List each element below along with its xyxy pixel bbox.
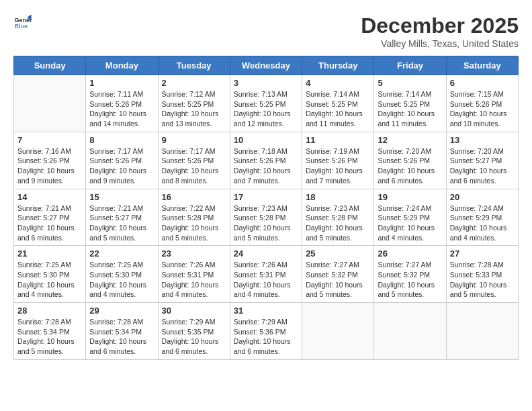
day-info: Sunrise: 7:13 AM Sunset: 5:25 PM Dayligh… bbox=[234, 89, 298, 129]
day-number: 16 bbox=[162, 192, 226, 202]
calendar-cell: 7Sunrise: 7:16 AM Sunset: 5:26 PM Daylig… bbox=[14, 132, 86, 189]
day-info: Sunrise: 7:23 AM Sunset: 5:28 PM Dayligh… bbox=[306, 203, 370, 243]
weekday-header-thursday: Thursday bbox=[302, 56, 374, 75]
calendar-cell bbox=[446, 303, 518, 360]
day-info: Sunrise: 7:20 AM Sunset: 5:27 PM Dayligh… bbox=[450, 146, 515, 186]
day-info: Sunrise: 7:22 AM Sunset: 5:28 PM Dayligh… bbox=[162, 203, 226, 243]
calendar-cell: 1Sunrise: 7:11 AM Sunset: 5:26 PM Daylig… bbox=[86, 75, 158, 132]
day-info: Sunrise: 7:29 AM Sunset: 5:36 PM Dayligh… bbox=[234, 317, 298, 357]
weekday-header-saturday: Saturday bbox=[446, 56, 518, 75]
calendar-week-row: 21Sunrise: 7:25 AM Sunset: 5:30 PM Dayli… bbox=[14, 246, 519, 303]
day-number: 4 bbox=[306, 78, 370, 88]
calendar-cell: 20Sunrise: 7:24 AM Sunset: 5:29 PM Dayli… bbox=[446, 189, 518, 246]
day-number: 2 bbox=[162, 78, 226, 88]
day-info: Sunrise: 7:27 AM Sunset: 5:32 PM Dayligh… bbox=[378, 260, 442, 300]
day-number: 10 bbox=[234, 135, 298, 145]
day-info: Sunrise: 7:21 AM Sunset: 5:27 PM Dayligh… bbox=[17, 203, 82, 243]
day-info: Sunrise: 7:21 AM Sunset: 5:27 PM Dayligh… bbox=[89, 203, 154, 243]
page-header: General Blue December 2025 Valley Mills,… bbox=[13, 13, 519, 49]
day-info: Sunrise: 7:23 AM Sunset: 5:28 PM Dayligh… bbox=[234, 203, 298, 243]
day-info: Sunrise: 7:28 AM Sunset: 5:33 PM Dayligh… bbox=[450, 260, 515, 300]
calendar-cell: 29Sunrise: 7:28 AM Sunset: 5:34 PM Dayli… bbox=[86, 303, 158, 360]
calendar-cell: 11Sunrise: 7:19 AM Sunset: 5:26 PM Dayli… bbox=[302, 132, 374, 189]
calendar-cell: 19Sunrise: 7:24 AM Sunset: 5:29 PM Dayli… bbox=[374, 189, 446, 246]
day-number: 30 bbox=[162, 306, 226, 316]
day-number: 13 bbox=[450, 135, 515, 145]
calendar-week-row: 1Sunrise: 7:11 AM Sunset: 5:26 PM Daylig… bbox=[14, 75, 519, 132]
day-info: Sunrise: 7:17 AM Sunset: 5:26 PM Dayligh… bbox=[162, 146, 226, 186]
day-number: 3 bbox=[234, 78, 298, 88]
calendar-cell bbox=[374, 303, 446, 360]
weekday-header-tuesday: Tuesday bbox=[158, 56, 230, 75]
day-number: 6 bbox=[450, 78, 515, 88]
day-info: Sunrise: 7:14 AM Sunset: 5:25 PM Dayligh… bbox=[306, 89, 370, 129]
day-info: Sunrise: 7:11 AM Sunset: 5:26 PM Dayligh… bbox=[89, 89, 154, 129]
day-number: 14 bbox=[17, 192, 82, 202]
day-info: Sunrise: 7:26 AM Sunset: 5:31 PM Dayligh… bbox=[234, 260, 298, 300]
calendar-cell: 6Sunrise: 7:15 AM Sunset: 5:26 PM Daylig… bbox=[446, 75, 518, 132]
day-number: 21 bbox=[17, 248, 82, 259]
calendar-table: SundayMondayTuesdayWednesdayThursdayFrid… bbox=[13, 56, 519, 360]
calendar-cell: 26Sunrise: 7:27 AM Sunset: 5:32 PM Dayli… bbox=[374, 246, 446, 303]
day-number: 8 bbox=[89, 135, 154, 145]
calendar-cell: 8Sunrise: 7:17 AM Sunset: 5:26 PM Daylig… bbox=[86, 132, 158, 189]
calendar-cell: 28Sunrise: 7:28 AM Sunset: 5:34 PM Dayli… bbox=[14, 303, 86, 360]
day-number: 11 bbox=[306, 135, 370, 145]
day-number: 9 bbox=[162, 135, 226, 145]
weekday-header-sunday: Sunday bbox=[14, 56, 86, 75]
logo-icon: General Blue bbox=[13, 13, 32, 32]
calendar-cell: 15Sunrise: 7:21 AM Sunset: 5:27 PM Dayli… bbox=[86, 189, 158, 246]
calendar-cell: 30Sunrise: 7:29 AM Sunset: 5:35 PM Dayli… bbox=[158, 303, 230, 360]
calendar-week-row: 28Sunrise: 7:28 AM Sunset: 5:34 PM Dayli… bbox=[14, 303, 519, 360]
title-section: December 2025 Valley Mills, Texas, Unite… bbox=[361, 13, 519, 49]
day-info: Sunrise: 7:29 AM Sunset: 5:35 PM Dayligh… bbox=[162, 317, 226, 357]
day-info: Sunrise: 7:20 AM Sunset: 5:26 PM Dayligh… bbox=[378, 146, 442, 186]
day-info: Sunrise: 7:28 AM Sunset: 5:34 PM Dayligh… bbox=[89, 317, 154, 357]
day-info: Sunrise: 7:24 AM Sunset: 5:29 PM Dayligh… bbox=[450, 203, 515, 243]
weekday-header-row: SundayMondayTuesdayWednesdayThursdayFrid… bbox=[14, 56, 519, 75]
day-info: Sunrise: 7:18 AM Sunset: 5:26 PM Dayligh… bbox=[234, 146, 298, 186]
weekday-header-monday: Monday bbox=[86, 56, 158, 75]
day-info: Sunrise: 7:27 AM Sunset: 5:32 PM Dayligh… bbox=[306, 260, 370, 300]
calendar-week-row: 7Sunrise: 7:16 AM Sunset: 5:26 PM Daylig… bbox=[14, 132, 519, 189]
calendar-cell: 21Sunrise: 7:25 AM Sunset: 5:30 PM Dayli… bbox=[14, 246, 86, 303]
day-number: 27 bbox=[450, 248, 515, 259]
calendar-cell: 17Sunrise: 7:23 AM Sunset: 5:28 PM Dayli… bbox=[230, 189, 302, 246]
day-number: 18 bbox=[306, 192, 370, 202]
day-info: Sunrise: 7:17 AM Sunset: 5:26 PM Dayligh… bbox=[89, 146, 154, 186]
calendar-cell bbox=[302, 303, 374, 360]
day-number: 1 bbox=[89, 78, 154, 88]
calendar-cell: 24Sunrise: 7:26 AM Sunset: 5:31 PM Dayli… bbox=[230, 246, 302, 303]
day-info: Sunrise: 7:25 AM Sunset: 5:30 PM Dayligh… bbox=[89, 260, 154, 300]
day-number: 20 bbox=[450, 192, 515, 202]
day-number: 26 bbox=[378, 248, 442, 259]
day-number: 31 bbox=[234, 306, 298, 316]
calendar-cell: 27Sunrise: 7:28 AM Sunset: 5:33 PM Dayli… bbox=[446, 246, 518, 303]
day-info: Sunrise: 7:25 AM Sunset: 5:30 PM Dayligh… bbox=[17, 260, 82, 300]
calendar-cell: 16Sunrise: 7:22 AM Sunset: 5:28 PM Dayli… bbox=[158, 189, 230, 246]
day-number: 29 bbox=[89, 306, 154, 316]
day-number: 25 bbox=[306, 248, 370, 259]
day-number: 28 bbox=[17, 306, 82, 316]
calendar-cell: 5Sunrise: 7:14 AM Sunset: 5:25 PM Daylig… bbox=[374, 75, 446, 132]
weekday-header-friday: Friday bbox=[374, 56, 446, 75]
location-title: Valley Mills, Texas, United States bbox=[361, 38, 519, 49]
calendar-cell: 2Sunrise: 7:12 AM Sunset: 5:25 PM Daylig… bbox=[158, 75, 230, 132]
calendar-cell: 31Sunrise: 7:29 AM Sunset: 5:36 PM Dayli… bbox=[230, 303, 302, 360]
day-info: Sunrise: 7:24 AM Sunset: 5:29 PM Dayligh… bbox=[378, 203, 442, 243]
day-info: Sunrise: 7:28 AM Sunset: 5:34 PM Dayligh… bbox=[17, 317, 82, 357]
calendar-cell: 13Sunrise: 7:20 AM Sunset: 5:27 PM Dayli… bbox=[446, 132, 518, 189]
day-number: 7 bbox=[17, 135, 82, 145]
svg-text:Blue: Blue bbox=[14, 23, 28, 30]
day-info: Sunrise: 7:15 AM Sunset: 5:26 PM Dayligh… bbox=[450, 89, 515, 129]
calendar-cell: 18Sunrise: 7:23 AM Sunset: 5:28 PM Dayli… bbox=[302, 189, 374, 246]
weekday-header-wednesday: Wednesday bbox=[230, 56, 302, 75]
day-info: Sunrise: 7:19 AM Sunset: 5:26 PM Dayligh… bbox=[306, 146, 370, 186]
day-number: 23 bbox=[162, 248, 226, 259]
day-number: 19 bbox=[378, 192, 442, 202]
day-info: Sunrise: 7:26 AM Sunset: 5:31 PM Dayligh… bbox=[162, 260, 226, 300]
day-number: 12 bbox=[378, 135, 442, 145]
calendar-cell: 3Sunrise: 7:13 AM Sunset: 5:25 PM Daylig… bbox=[230, 75, 302, 132]
calendar-cell: 25Sunrise: 7:27 AM Sunset: 5:32 PM Dayli… bbox=[302, 246, 374, 303]
day-info: Sunrise: 7:14 AM Sunset: 5:25 PM Dayligh… bbox=[378, 89, 442, 129]
